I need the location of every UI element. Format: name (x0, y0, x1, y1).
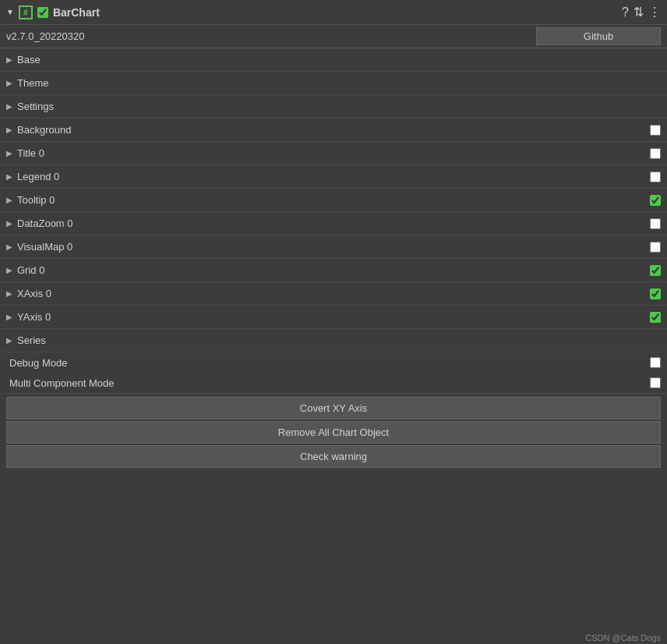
section-collapse-icon: ▶ (6, 79, 12, 87)
version-row: v2.7.0_20220320 Github (0, 25, 667, 48)
section-label: Legend 0 (17, 171, 650, 182)
section-collapse-icon: ▶ (6, 313, 12, 321)
section-row-base[interactable]: ▶Base (0, 48, 667, 72)
section-collapse-icon: ▶ (6, 102, 12, 111)
section-label: DataZoom 0 (17, 218, 650, 229)
section-row-grid-0[interactable]: ▶Grid 0 (0, 259, 667, 282)
section-label: Settings (17, 101, 661, 112)
section-collapse-icon: ▶ (6, 172, 12, 181)
section-checkbox-grid-0[interactable] (650, 265, 661, 276)
section-collapse-icon: ▶ (6, 196, 12, 204)
component-title: BarChart (53, 6, 617, 19)
component-enable-checkbox[interactable] (37, 7, 48, 18)
section-label: Tooltip 0 (17, 194, 650, 206)
settings-button[interactable]: ⇅ (633, 5, 644, 19)
section-checkbox-visualmap-0[interactable] (650, 242, 661, 253)
section-label: Grid 0 (17, 264, 650, 276)
section-row-datazoom-0[interactable]: ▶DataZoom 0 (0, 212, 667, 235)
section-checkbox-legend-0[interactable] (650, 172, 661, 182)
section-row-xaxis-0[interactable]: ▶XAxis 0 (0, 282, 667, 306)
section-row-visualmap-0[interactable]: ▶VisualMap 0 (0, 235, 667, 259)
section-checkbox-xaxis-0[interactable] (650, 288, 661, 299)
section-label: YAxis 0 (17, 311, 650, 323)
section-collapse-icon: ▶ (6, 242, 12, 251)
section-checkbox-tooltip-0[interactable] (650, 195, 661, 206)
sections-list: ▶Base▶Theme▶Settings▶Background▶Title 0▶… (0, 48, 667, 352)
section-row-series[interactable]: ▶Series (0, 329, 667, 352)
panel: ▼ # BarChart ? ⇅ ⋮ v2.7.0_20220320 Githu… (0, 0, 667, 644)
section-collapse-icon: ▶ (6, 336, 12, 345)
action-button-covert-xy-axis[interactable]: Covert XY Axis (6, 397, 661, 419)
section-checkbox-title-0[interactable] (650, 148, 661, 159)
content: ▶Base▶Theme▶Settings▶Background▶Title 0▶… (0, 48, 667, 644)
section-row-yaxis-0[interactable]: ▶YAxis 0 (0, 306, 667, 329)
section-checkbox-yaxis-0[interactable] (650, 312, 661, 323)
debug-label: Multi Component Mode (9, 377, 650, 389)
section-row-settings[interactable]: ▶Settings (0, 95, 667, 119)
header: ▼ # BarChart ? ⇅ ⋮ (0, 0, 667, 25)
footer-text: CSDN @Cats Dogs (585, 633, 661, 642)
section-label: Background (17, 124, 650, 136)
section-row-background[interactable]: ▶Background (0, 119, 667, 142)
section-row-theme[interactable]: ▶Theme (0, 72, 667, 95)
section-row-tooltip-0[interactable]: ▶Tooltip 0 (0, 189, 667, 212)
section-label: Series (17, 334, 661, 346)
section-label: Theme (17, 77, 661, 89)
section-row-title-0[interactable]: ▶Title 0 (0, 142, 667, 165)
debug-label: Debug Mode (9, 357, 650, 369)
section-collapse-icon: ▶ (6, 289, 12, 298)
github-button[interactable]: Github (536, 27, 661, 45)
section-collapse-icon: ▶ (6, 55, 12, 64)
header-actions: ? ⇅ ⋮ (622, 5, 661, 19)
debug-row-multi-component-mode: Multi Component Mode (0, 373, 667, 393)
debug-checkbox-debug-mode[interactable] (650, 357, 661, 368)
collapse-arrow-icon[interactable]: ▼ (6, 8, 14, 16)
section-checkbox-background[interactable] (650, 125, 661, 136)
debug-section: Debug ModeMulti Component Mode (0, 352, 667, 394)
section-label: VisualMap 0 (17, 241, 650, 253)
action-button-remove-all-chart-object[interactable]: Remove All Chart Object (6, 421, 661, 444)
version-text: v2.7.0_20220320 (6, 30, 536, 42)
section-collapse-icon: ▶ (6, 219, 12, 228)
menu-button[interactable]: ⋮ (648, 5, 661, 19)
section-label: XAxis 0 (17, 288, 650, 299)
help-button[interactable]: ? (622, 5, 629, 19)
section-label: Title 0 (17, 147, 650, 159)
section-collapse-icon: ▶ (6, 126, 12, 134)
debug-checkbox-multi-component-mode[interactable] (650, 377, 661, 388)
action-button-check-warning[interactable]: Check warning (6, 445, 661, 468)
section-collapse-icon: ▶ (6, 149, 12, 157)
component-icon: # (19, 5, 33, 19)
action-buttons: Covert XY AxisRemove All Chart ObjectChe… (0, 394, 667, 471)
section-row-legend-0[interactable]: ▶Legend 0 (0, 165, 667, 189)
debug-row-debug-mode: Debug Mode (0, 352, 667, 373)
section-collapse-icon: ▶ (6, 266, 12, 274)
section-label: Base (17, 54, 661, 65)
section-checkbox-datazoom-0[interactable] (650, 218, 661, 229)
footer: CSDN @Cats Dogs (0, 632, 667, 644)
